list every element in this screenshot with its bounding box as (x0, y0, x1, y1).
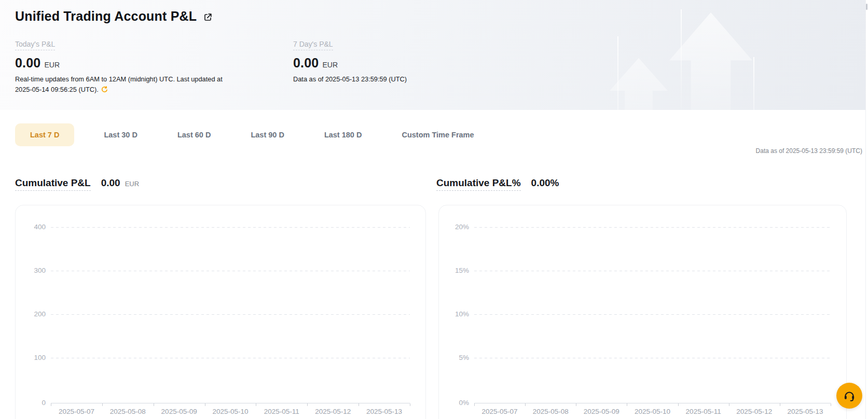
y-axis-tick-label: 400 (16, 223, 46, 231)
cumulative-pnl-pct-value: 0.00% (531, 177, 559, 189)
x-axis-date-label: 2025-05-07 (471, 408, 528, 415)
y-axis-tick-label: 0% (439, 399, 469, 407)
x-axis-date-label: 2025-05-13 (356, 408, 413, 415)
x-axis-date-label: 2025-05-10 (624, 408, 681, 415)
x-axis-date-label: 2025-05-12 (305, 408, 362, 415)
refresh-icon[interactable] (101, 86, 108, 93)
todays-pnl-currency: EUR (44, 61, 60, 69)
y-gridline (474, 314, 831, 315)
x-axis-tick (780, 403, 780, 406)
scrollbar-thumb[interactable] (866, 4, 867, 10)
x-axis-date-label: 2025-05-07 (48, 408, 105, 415)
cumulative-pnl-pct-title-row: Cumulative P&L% 0.00% (436, 177, 559, 191)
seven-day-pnl-label[interactable]: 7 Day's P&L (293, 40, 333, 50)
time-range-tabs: Last 7 DLast 30 DLast 60 DLast 90 DLast … (15, 123, 485, 146)
x-axis-date-label: 2025-05-10 (202, 408, 259, 415)
tab-custom-time-frame[interactable]: Custom Time Frame (391, 123, 484, 146)
tab-last-90-d[interactable]: Last 90 D (240, 123, 294, 146)
x-axis-tick (627, 403, 627, 406)
seven-day-pnl-note: Data as of 2025-05-13 23:59:59 (UTC) (293, 74, 407, 85)
cumulative-pnl-chart: 40030020010002025-05-072025-05-082025-05… (15, 205, 426, 419)
y-gridline (474, 358, 831, 358)
vertical-scrollbar[interactable] (865, 0, 868, 419)
x-axis-line (51, 403, 410, 403)
seven-day-pnl-block: 7 Day's P&L 0.00 EUR Data as of 2025-05-… (293, 39, 407, 85)
x-axis-date-label: 2025-05-13 (777, 408, 834, 415)
headset-icon (843, 389, 856, 402)
tab-last-60-d[interactable]: Last 60 D (167, 123, 221, 146)
page-title-row: Unified Trading Account P&L (15, 9, 213, 24)
cumulative-pnl-value: 0.00 (101, 177, 120, 189)
seven-day-pnl-value: 0.00 EUR (293, 55, 407, 71)
x-axis-tick (205, 403, 205, 406)
y-axis-tick-label: 20% (439, 223, 469, 231)
cumulative-pnl-title-row: Cumulative P&L 0.00 EUR (15, 177, 139, 191)
banner-decoration-line (753, 57, 754, 110)
x-axis-tick (154, 403, 154, 406)
todays-pnl-label[interactable]: Today's P&L (15, 40, 55, 50)
y-gridline (51, 227, 410, 228)
tab-last-7-d[interactable]: Last 7 D (15, 123, 74, 146)
cumulative-pnl-pct-title[interactable]: Cumulative P&L% (436, 177, 521, 191)
todays-pnl-value: 0.00 EUR (15, 55, 223, 71)
tab-last-30-d[interactable]: Last 30 D (93, 123, 147, 146)
x-axis-tick (678, 403, 679, 406)
y-gridline (51, 271, 410, 271)
x-axis-line (474, 403, 831, 403)
page-title: Unified Trading Account P&L (15, 9, 197, 24)
x-axis-tick (729, 403, 729, 406)
x-axis-tick (102, 403, 103, 406)
x-axis-tick (525, 403, 526, 406)
x-axis-date-label: 2025-05-11 (675, 408, 732, 415)
x-axis-date-label: 2025-05-12 (726, 408, 783, 415)
todays-pnl-note: Real-time updates from 6AM to 12AM (midn… (15, 74, 223, 95)
x-axis-date-label: 2025-05-11 (253, 408, 310, 415)
y-axis-tick-label: 5% (439, 354, 469, 361)
y-gridline (51, 358, 410, 358)
y-axis-tick-label: 15% (439, 267, 469, 274)
y-axis-tick-label: 100 (16, 354, 46, 361)
x-axis-tick (307, 403, 308, 406)
x-axis-date-label: 2025-05-08 (522, 408, 579, 415)
banner-decoration-line (617, 36, 618, 110)
todays-pnl-block: Today's P&L 0.00 EUR Real-time updates f… (15, 39, 223, 95)
x-axis-tick (410, 403, 410, 406)
data-as-of-note: Data as of 2025-05-13 23:59:59 (UTC) (756, 147, 862, 155)
seven-day-pnl-amount: 0.00 (293, 55, 319, 71)
x-axis-tick (576, 403, 576, 406)
tab-last-180-d[interactable]: Last 180 D (314, 123, 373, 146)
x-axis-date-label: 2025-05-09 (150, 408, 208, 415)
x-axis-tick (51, 403, 51, 406)
x-axis-tick (474, 403, 475, 406)
todays-pnl-amount: 0.00 (15, 55, 40, 71)
cumulative-pnl-pct-chart: 20%15%10%5%0%2025-05-072025-05-082025-05… (438, 205, 847, 419)
cumulative-pnl-title[interactable]: Cumulative P&L (15, 177, 91, 191)
y-axis-tick-label: 200 (16, 310, 46, 318)
cumulative-pnl-unit: EUR (125, 180, 139, 188)
y-gridline (474, 271, 831, 271)
external-link-icon[interactable] (203, 12, 213, 22)
unified-trading-pnl-page: Unified Trading Account P&L Today's P&L … (0, 0, 868, 419)
y-gridline (51, 314, 410, 315)
y-axis-tick-label: 0 (16, 399, 46, 407)
x-axis-date-label: 2025-05-08 (99, 408, 156, 415)
y-axis-tick-label: 10% (439, 310, 469, 318)
up-arrow-decoration (669, 12, 752, 110)
x-axis-tick (359, 403, 359, 406)
customer-support-button[interactable] (836, 383, 862, 409)
x-axis-date-label: 2025-05-09 (573, 408, 630, 415)
y-gridline (474, 227, 831, 228)
x-axis-tick (256, 403, 256, 406)
y-axis-tick-label: 300 (16, 267, 46, 274)
seven-day-pnl-currency: EUR (322, 61, 338, 69)
x-axis-tick (831, 403, 831, 406)
